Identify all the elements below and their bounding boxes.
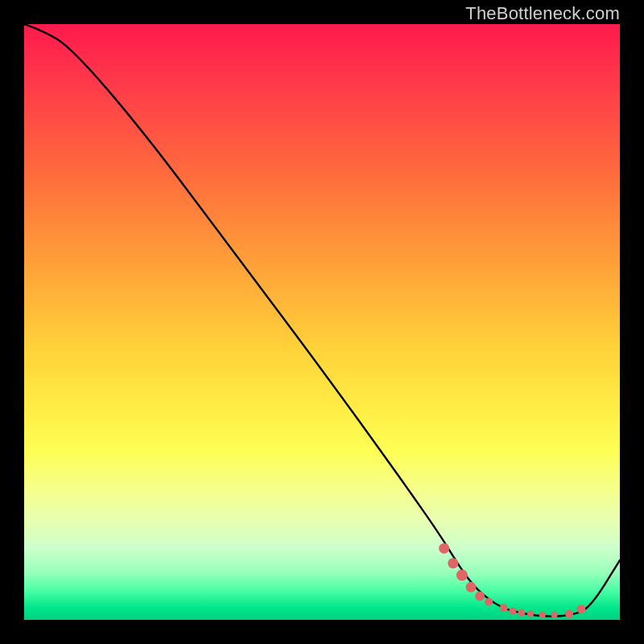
chart-frame: TheBottleneck.com [0,0,644,644]
marker-dot [500,604,508,612]
marker-dot [456,570,468,581]
marker-dot [527,611,534,617]
marker-dot [485,598,493,606]
marker-dot [439,543,449,554]
watermark-text: TheBottleneck.com [465,3,620,24]
marker-dot [448,558,458,568]
marker-dot [475,591,485,601]
marker-dots-group [439,543,585,618]
plot-area [24,24,620,620]
marker-dot [576,605,585,613]
bottleneck-curve [24,24,620,617]
marker-dot [466,582,477,592]
marker-dot [518,609,525,617]
marker-dot [539,612,546,618]
marker-dot [551,612,558,618]
chart-svg [24,24,620,620]
marker-dot [565,610,573,618]
marker-dot [509,607,516,614]
